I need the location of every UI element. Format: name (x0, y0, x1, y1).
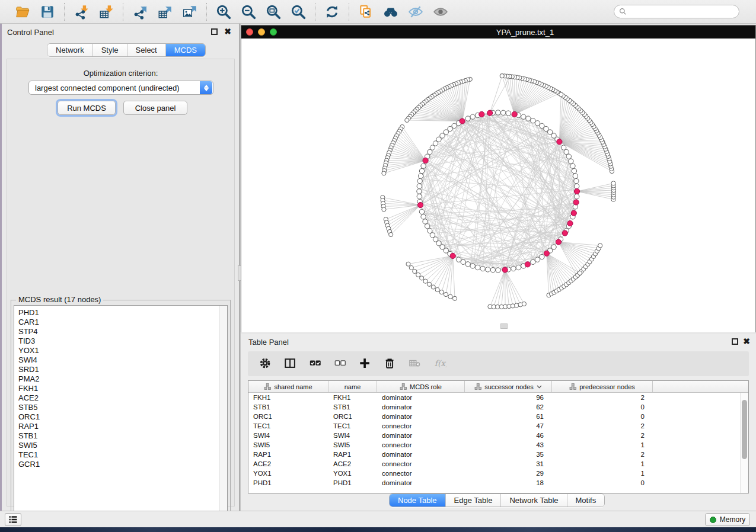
table-cell[interactable]: PHD1 (248, 478, 328, 488)
table-cell[interactable]: 2 (552, 431, 653, 440)
export-network-button[interactable] (132, 4, 148, 20)
tab-network[interactable]: Network (47, 44, 93, 56)
network-graph[interactable] (241, 39, 755, 332)
columns-button[interactable] (283, 357, 298, 371)
table-scrollbar-thumb[interactable] (742, 400, 747, 459)
save-button[interactable] (39, 4, 56, 20)
mcds-result-item[interactable]: SRD1 (18, 365, 227, 374)
search-input[interactable] (630, 8, 734, 16)
table-cell[interactable]: connector (377, 469, 465, 478)
table-tab-network-table[interactable]: Network Table (501, 494, 567, 507)
table-cell[interactable]: YOX1 (248, 469, 328, 478)
mcds-list-scrollbar[interactable] (219, 306, 227, 517)
table-cell[interactable]: 2 (552, 421, 653, 431)
table-cell[interactable]: ACE2 (328, 459, 377, 469)
tab-style[interactable]: Style (93, 44, 127, 56)
table-cell[interactable]: 1 (552, 440, 653, 450)
table-cell[interactable]: dominator (377, 402, 465, 412)
table-cell[interactable]: 46 (465, 431, 552, 440)
table-cell[interactable]: connector (377, 421, 465, 431)
table-row[interactable]: ORC1ORC1dominator610 (248, 412, 748, 421)
export-table-button[interactable] (157, 4, 173, 20)
table-cell[interactable]: dominator (377, 478, 465, 488)
table-tab-node-table[interactable]: Node Table (390, 494, 446, 507)
table-cell[interactable]: YOX1 (328, 469, 377, 478)
table-cell[interactable]: 2 (552, 393, 653, 402)
zoom-in-button[interactable] (215, 4, 232, 20)
table-cell[interactable]: 62 (465, 402, 552, 412)
refresh-button[interactable] (324, 4, 340, 20)
mcds-result-item[interactable]: RAP1 (18, 422, 227, 431)
export-image-button[interactable] (181, 4, 198, 20)
table-cell[interactable]: connector (377, 440, 465, 450)
zoom-fit-button[interactable] (265, 4, 282, 20)
table-cell[interactable]: 29 (465, 469, 552, 478)
column-header-successor-nodes[interactable]: successor nodes (465, 381, 552, 392)
mcds-result-item[interactable]: TID3 (18, 336, 227, 346)
close-table-panel-icon[interactable]: ✖ (743, 336, 750, 346)
mcds-result-item[interactable]: ACE2 (18, 393, 227, 403)
mcds-result-item[interactable]: STB5 (18, 403, 227, 412)
mcds-result-item[interactable]: YOX1 (18, 346, 227, 355)
mcds-result-item[interactable]: SWI4 (18, 355, 227, 365)
memory-button[interactable]: Memory (705, 513, 750, 526)
table-row[interactable]: TEC1TEC1connector472 (248, 421, 748, 431)
import-network-button[interactable] (73, 4, 90, 20)
zoom-selected-button[interactable] (290, 4, 307, 20)
mcds-result-item[interactable]: PMA2 (18, 374, 227, 384)
mcds-result-list[interactable]: PHD1CAR1STP4TID3YOX1SWI4SRD1PMA2FKH1ACE2… (14, 305, 228, 517)
float-panel-icon[interactable] (211, 28, 218, 35)
table-row[interactable]: RAP1RAP1dominator352 (248, 450, 748, 459)
tab-select[interactable]: Select (127, 44, 166, 56)
table-cell[interactable]: dominator (377, 450, 465, 459)
table-row[interactable]: PHD1PHD1dominator180 (248, 478, 748, 488)
tab-mcds[interactable]: MCDS (166, 44, 205, 56)
close-panel-icon[interactable]: ✖ (224, 27, 231, 36)
delete-button[interactable] (383, 357, 397, 371)
table-cell[interactable]: 18 (465, 478, 552, 488)
column-header-shared-name[interactable]: shared name (248, 381, 328, 392)
table-cell[interactable]: 2 (552, 450, 653, 459)
table-cell[interactable]: 61 (465, 412, 552, 421)
network-search-box[interactable] (614, 5, 739, 18)
column-header-MCDS-role[interactable]: MCDS role (377, 381, 465, 392)
table-cell[interactable]: dominator (377, 393, 465, 402)
column-header-name[interactable]: name (328, 381, 377, 392)
table-row[interactable]: SWI5SWI5connector431 (248, 440, 748, 450)
table-cell[interactable]: ORC1 (328, 412, 377, 421)
close-panel-button[interactable]: Close panel (123, 101, 187, 115)
binoculars-button[interactable] (382, 4, 399, 20)
table-cell[interactable]: connector (377, 459, 465, 469)
table-cell[interactable]: 31 (465, 459, 552, 469)
table-row[interactable]: STB1STB1dominator620 (248, 402, 748, 412)
import-table-button[interactable] (98, 4, 114, 20)
mcds-result-item[interactable]: SWI5 (18, 441, 227, 450)
table-scrollbar[interactable] (740, 393, 748, 493)
table-cell[interactable]: dominator (377, 431, 465, 440)
table-row[interactable]: FKH1FKH1dominator962 (248, 393, 748, 402)
select-all-button[interactable] (308, 357, 323, 371)
deselect-all-button[interactable] (333, 357, 347, 371)
mcds-result-item[interactable]: FKH1 (18, 384, 227, 393)
folder-open-button[interactable] (14, 4, 31, 20)
table-cell[interactable]: dominator (377, 412, 465, 421)
eye-button[interactable] (432, 4, 449, 20)
table-cell[interactable]: SWI5 (248, 440, 328, 450)
table-cell[interactable]: 1 (552, 469, 653, 478)
column-header-predecessor-nodes[interactable]: predecessor nodes (552, 381, 653, 392)
mcds-result-item[interactable]: STP4 (18, 327, 227, 336)
mcds-result-item[interactable]: TEC1 (18, 450, 227, 460)
table-cell[interactable]: 0 (552, 478, 653, 488)
table-cell[interactable]: 96 (465, 393, 552, 402)
table-cell[interactable]: TEC1 (328, 421, 377, 431)
table-cell[interactable]: FKH1 (248, 393, 328, 402)
table-cell[interactable]: SWI5 (328, 440, 377, 450)
table-cell[interactable]: 43 (465, 440, 552, 450)
mcds-result-item[interactable]: STB1 (18, 431, 227, 441)
optimization-criterion-select[interactable]: largest connected component (undirected) (28, 81, 213, 95)
table-tab-edge-table[interactable]: Edge Table (446, 494, 502, 507)
mcds-result-item[interactable]: ORC1 (18, 412, 227, 422)
mcds-result-item[interactable]: CAR1 (18, 318, 227, 327)
run-mcds-button[interactable]: Run MCDS (58, 101, 116, 115)
table-row[interactable]: SWI4SWI4dominator462 (248, 431, 748, 440)
